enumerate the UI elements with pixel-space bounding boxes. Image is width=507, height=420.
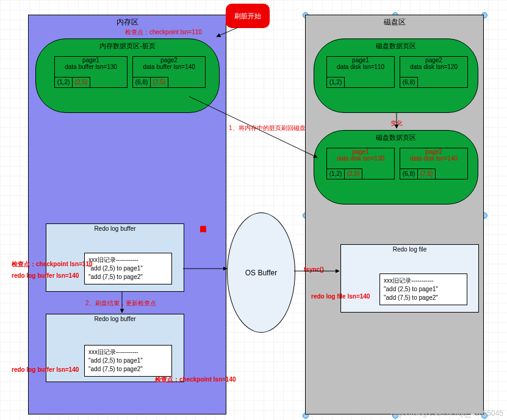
page-name: page2: [400, 57, 467, 63]
page-lsn: data buffer lsn=140: [133, 63, 205, 70]
change-label: 变化: [390, 119, 403, 128]
mem-page1: page1 data buffer lsn=130 (1,2) (2,5): [54, 56, 128, 88]
disk-data-block-after: 磁盘数据页区 page1 data disk lsn=130 (1,2) (2,…: [314, 130, 478, 205]
redo-record-1: xxx旧记录----------- "add (2,5) to page1" "…: [84, 253, 172, 284]
redo-title: Redo log buffer: [46, 224, 184, 232]
memory-region-title: 内存区: [29, 17, 226, 27]
redo-title: Redo log buffer: [46, 314, 184, 322]
redo-file-record: xxx旧记录----------- "add (2,5) to page1" "…: [379, 273, 467, 305]
record-line: "add (2,5) to page1": [88, 264, 168, 273]
record-line: "add (2,5) to page1": [88, 357, 168, 365]
disk-before-page1: page1 data disk lsn=110 (1,2): [326, 56, 395, 88]
cell-changed: (7,5): [150, 77, 168, 88]
cell: (6,8): [400, 168, 418, 179]
page-lsn: data disk lsn=120: [400, 63, 467, 70]
record-line: xxx旧记录-----------: [384, 277, 463, 285]
redo1-left-label-2: redo log buffer lsn=140: [12, 272, 79, 279]
disk-after-page2: page2 data disk lsn=140 (6,8) (7,5): [400, 148, 468, 179]
page-name: page1: [327, 148, 394, 155]
cell-changed: (2,5): [344, 168, 362, 179]
cell: (6,8): [400, 77, 418, 88]
redo2-right-label: 检查点：checkpoint lsn=140: [155, 375, 236, 384]
step2-label: 2、刷盘结束，更新检查点: [85, 299, 156, 308]
cell: (1,2): [326, 77, 345, 88]
page-lsn: data buffer lsn=130: [55, 63, 127, 70]
diagram-canvas: 内存区 磁盘区 刷脏开始 检查点：checkpoint lsn=110 内存数据…: [0, 0, 507, 420]
disk-region-title: 磁盘区: [306, 17, 483, 27]
memory-data-block-title: 内存数据页区-脏页: [36, 42, 219, 51]
page-name: page2: [400, 148, 467, 155]
disk-block-title: 磁盘数据页区: [314, 42, 478, 51]
record-line: "add (7,5) to page2": [88, 273, 168, 281]
cell: (1,2): [54, 77, 73, 88]
disk-after-page1: page1 data disk lsn=130 (1,2) (2,5): [326, 148, 395, 179]
page-lsn: data disk lsn=140: [400, 155, 467, 162]
os-buffer-label: OS Buffer: [245, 269, 277, 277]
disk-before-page2: page2 data disk lsn=120 (6,8): [400, 56, 468, 88]
watermark: https://blog.csdn.net/qq_41055045: [391, 409, 503, 418]
record-line: xxx旧记录-----------: [88, 348, 168, 357]
disk-data-block-before: 磁盘数据页区 page1 data disk lsn=110 (1,2) pag…: [314, 38, 478, 113]
redo-title: Redo log file: [341, 245, 478, 253]
redo1-left-label-1: 检查点：checkpoint lsn=110: [12, 260, 93, 269]
checkpoint-top-label: 检查点：checkpoint lsn=110: [125, 28, 202, 37]
redo2-left-label: redo log buffer lsn=140: [12, 366, 79, 373]
record-line: xxx旧记录-----------: [88, 256, 168, 264]
page-name: page2: [133, 57, 205, 63]
record-line: "add (7,5) to page2": [88, 365, 168, 374]
cell: (6,8): [132, 77, 151, 88]
record-line: "add (7,5) to page2": [384, 294, 463, 302]
page-lsn: data disk lsn=110: [327, 63, 394, 70]
fsync-label: fsync(): [304, 266, 324, 273]
arrow-label-1: 1、将内存中的脏页刷回磁盘: [229, 124, 306, 132]
os-buffer: OS Buffer: [227, 212, 295, 333]
redo-record-2: xxx旧记录----------- "add (2,5) to page1" "…: [84, 345, 172, 377]
cell: (1,2): [326, 168, 345, 179]
cell-changed: (2,5): [72, 77, 90, 88]
cell-changed: (7,5): [417, 168, 436, 179]
record-line: "add (2,5) to page1": [384, 285, 463, 294]
memory-data-block: 内存数据页区-脏页 page1 data buffer lsn=130 (1,2…: [35, 38, 220, 113]
arrow-label-vertical: 啥时候刷日记到磁盘由刷盘时机参数决定: [199, 221, 207, 361]
page-name: page1: [55, 57, 127, 63]
page-lsn: data disk lsn=130: [327, 155, 394, 162]
flush-start-badge: 刷脏开始: [226, 4, 270, 28]
redo-file-left-label: redo log file lsn=140: [311, 293, 370, 300]
disk-block-title: 磁盘数据页区: [314, 133, 478, 142]
page-name: page1: [327, 57, 394, 63]
mem-page2: page2 data buffer lsn=140 (6,8) (7,5): [132, 56, 206, 88]
